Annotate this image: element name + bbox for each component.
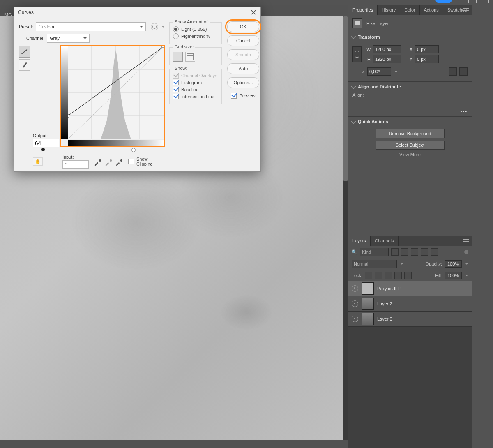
layer-thumbnail[interactable]: [362, 313, 374, 325]
height-input[interactable]: [373, 55, 401, 63]
curves-plot[interactable]: [68, 46, 164, 139]
scrollbar-thumb[interactable]: [343, 16, 348, 181]
arrange-icon[interactable]: [468, 0, 477, 3]
flip-vertical-icon[interactable]: [459, 67, 468, 76]
blend-mode-select[interactable]: Normal: [352, 260, 397, 268]
show-clipping-option[interactable]: Show Clipping: [128, 157, 165, 166]
share-pill[interactable]: [435, 0, 452, 3]
layer-kind-select[interactable]: Kind: [360, 248, 389, 256]
flip-horizontal-icon[interactable]: [449, 67, 457, 76]
close-icon[interactable]: [251, 9, 256, 15]
grid-coarse-button[interactable]: [173, 52, 183, 62]
width-input[interactable]: [373, 45, 401, 53]
curves-graph[interactable]: [61, 46, 164, 146]
tab-color[interactable]: Color: [400, 5, 419, 15]
white-point-handle[interactable]: [131, 148, 136, 152]
align-hcenter-icon[interactable]: [363, 100, 371, 107]
angle-input[interactable]: [367, 67, 391, 76]
lock-image-icon[interactable]: [375, 272, 382, 279]
remove-background-button[interactable]: Remove Background: [376, 129, 445, 138]
lock-transparent-icon[interactable]: [365, 272, 372, 279]
filter-type-icon[interactable]: [411, 248, 418, 256]
search-icon[interactable]: [456, 0, 464, 3]
gear-icon[interactable]: [151, 23, 158, 30]
y-input[interactable]: [415, 55, 439, 63]
preview-row[interactable]: Preview: [231, 93, 255, 99]
layer-thumbnail[interactable]: [362, 282, 374, 295]
preset-select[interactable]: Custom: [36, 22, 146, 31]
light-radio[interactable]: [173, 26, 179, 32]
show-clipping-checkbox[interactable]: [128, 159, 134, 164]
layer-name[interactable]: Layer 0: [377, 316, 392, 321]
pigment-radio-row[interactable]: Pigment/Ink %: [173, 33, 218, 39]
pencil-tool-button[interactable]: [19, 59, 30, 71]
visibility-icon[interactable]: [352, 316, 358, 322]
tab-channels[interactable]: Channels: [371, 236, 398, 246]
channel-select[interactable]: Gray: [47, 34, 90, 43]
light-radio-row[interactable]: Light (0-255): [173, 26, 218, 32]
filter-pixel-icon[interactable]: [391, 248, 399, 256]
baseline-checkbox[interactable]: [173, 87, 179, 92]
preset-menu-icon[interactable]: [161, 26, 165, 29]
layer-row[interactable]: Ретушь IHP: [348, 281, 472, 296]
select-subject-button[interactable]: Select Subject: [376, 141, 445, 150]
tab-properties[interactable]: Properties: [348, 5, 378, 15]
layer-thumbnail[interactable]: [362, 298, 374, 310]
more-align-icon[interactable]: •••: [348, 109, 472, 116]
tab-actions[interactable]: Actions: [420, 5, 443, 15]
pigment-radio[interactable]: [173, 33, 179, 39]
gray-eyedropper-icon[interactable]: [105, 159, 112, 166]
layer-name[interactable]: Layer 2: [377, 301, 392, 306]
lock-position-icon[interactable]: [385, 272, 392, 279]
curve-tool-button[interactable]: [19, 46, 30, 58]
filter-shape-icon[interactable]: [421, 248, 428, 256]
visibility-icon[interactable]: [352, 300, 358, 307]
opacity-value[interactable]: 100%: [445, 260, 462, 268]
align-header[interactable]: Align and Distribute: [348, 82, 472, 92]
view-more-link[interactable]: View More: [348, 152, 472, 157]
lock-all-icon[interactable]: [404, 272, 412, 279]
layer-name[interactable]: Ретушь IHP: [377, 286, 401, 291]
smooth-button[interactable]: Smooth: [227, 49, 259, 60]
histogram-row[interactable]: Histogram: [173, 80, 218, 85]
align-top-icon[interactable]: [439, 100, 446, 107]
intersection-checkbox[interactable]: [173, 94, 179, 99]
lock-artboard-icon[interactable]: [394, 272, 402, 279]
preview-checkbox[interactable]: [231, 93, 237, 99]
options-button[interactable]: Options...: [227, 77, 259, 88]
link-wh-icon[interactable]: [352, 46, 362, 62]
histogram-checkbox[interactable]: [173, 80, 179, 85]
black-point-handle[interactable]: [41, 148, 45, 151]
tab-history[interactable]: History: [378, 5, 400, 15]
input-input[interactable]: [62, 160, 89, 169]
x-input[interactable]: [415, 45, 439, 53]
white-eyedropper-icon[interactable]: [116, 159, 122, 166]
layers-menu-icon[interactable]: [463, 238, 469, 242]
ok-button[interactable]: OK: [227, 21, 259, 32]
output-input[interactable]: [33, 139, 59, 147]
layer-row[interactable]: Layer 2: [348, 296, 472, 312]
align-right-icon[interactable]: [374, 100, 381, 107]
align-bottom-icon[interactable]: [460, 100, 468, 107]
black-eyedropper-icon[interactable]: [94, 159, 101, 166]
vertical-scrollbar[interactable]: [343, 16, 348, 440]
panel-menu-icon[interactable]: [463, 7, 469, 12]
transform-header[interactable]: Transform: [348, 32, 472, 42]
visibility-icon[interactable]: [352, 285, 358, 292]
filter-adjust-icon[interactable]: [401, 248, 408, 256]
workspace-icon[interactable]: [481, 0, 489, 3]
quick-actions-header[interactable]: Quick Actions: [348, 117, 472, 127]
on-image-adjust-button[interactable]: ✋: [33, 157, 43, 166]
cancel-button[interactable]: Cancel: [227, 35, 259, 46]
align-left-icon[interactable]: [352, 100, 360, 107]
filter-smart-icon[interactable]: [431, 248, 438, 256]
align-vcenter-icon[interactable]: [449, 100, 457, 107]
input-range-slider[interactable]: [40, 148, 136, 152]
layer-row[interactable]: Layer 0: [348, 312, 472, 327]
dialog-titlebar[interactable]: Curves: [14, 7, 260, 18]
fill-value[interactable]: 100%: [445, 272, 462, 279]
baseline-row[interactable]: Baseline: [173, 87, 218, 92]
grid-fine-button[interactable]: [185, 52, 195, 62]
intersection-row[interactable]: Intersection Line: [173, 94, 218, 99]
auto-button[interactable]: Auto: [227, 63, 259, 74]
